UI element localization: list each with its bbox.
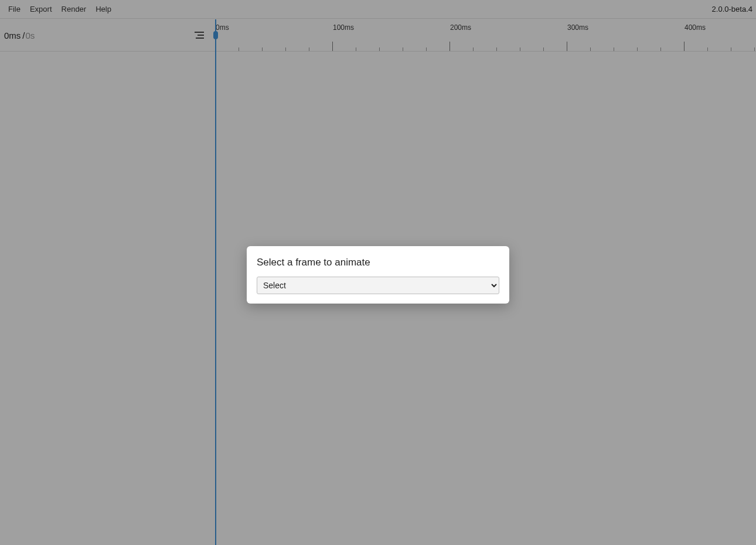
ruler-tick-minor: [426, 47, 427, 51]
modal-title: Select a frame to animate: [257, 257, 499, 268]
menu-help[interactable]: Help: [91, 2, 116, 16]
ruler-label: 300ms: [567, 23, 588, 32]
frame-select[interactable]: Select: [257, 277, 499, 294]
ruler-tick-minor: [356, 47, 356, 51]
ruler-tick-minor: [473, 47, 474, 51]
ruler-tick-major: [449, 42, 450, 51]
menu-file[interactable]: File: [4, 2, 25, 16]
ruler-tick-minor: [707, 47, 708, 51]
ruler-label: 200ms: [450, 23, 471, 32]
ruler-tick-minor: [754, 47, 755, 51]
ruler-tick-minor: [309, 47, 309, 51]
timeline-left-panel: 0ms / 0s: [0, 19, 211, 51]
ruler-tick-minor: [590, 47, 591, 51]
ruler-tick-major: [332, 42, 333, 51]
align-right-icon[interactable]: [195, 31, 204, 39]
playhead-handle[interactable]: [213, 31, 218, 39]
ruler-tick-minor: [262, 47, 263, 51]
ruler-label: 400ms: [685, 23, 706, 32]
version-label: 2.0.0-beta.4: [707, 2, 752, 16]
ruler-tick-major: [567, 42, 567, 51]
ruler-tick-minor: [660, 47, 661, 51]
ruler-tick-minor: [285, 47, 286, 51]
time-current: 0ms: [4, 30, 21, 40]
menubar: File Export Render Help 2.0.0-beta.4: [0, 0, 756, 19]
ruler-tick-major: [684, 42, 685, 51]
ruler-label: 100ms: [333, 23, 354, 32]
svg-rect-2: [196, 38, 204, 39]
menu-export[interactable]: Export: [25, 2, 57, 16]
ruler-tick-minor: [614, 47, 614, 51]
timeline-ruler[interactable]: 0ms100ms200ms300ms400ms: [211, 19, 756, 51]
ruler-label: 0ms: [216, 23, 229, 32]
svg-rect-1: [197, 35, 204, 36]
svg-rect-0: [195, 32, 204, 33]
time-total: 0s: [26, 30, 35, 40]
ruler-tick-minor: [239, 47, 239, 51]
ruler-tick-minor: [543, 47, 544, 51]
ruler-tick-minor: [403, 47, 403, 51]
time-separator: /: [21, 30, 25, 40]
ruler-tick-minor: [496, 47, 497, 51]
timeline-header: 0ms / 0s 0ms100ms200ms300ms400ms: [0, 19, 756, 52]
menu-render[interactable]: Render: [57, 2, 91, 16]
playhead[interactable]: [215, 19, 216, 545]
ruler-tick-minor: [637, 47, 638, 51]
ruler-tick-minor: [379, 47, 380, 51]
ruler-tick-minor: [731, 47, 731, 51]
ruler-tick-minor: [520, 47, 520, 51]
select-frame-modal: Select a frame to animate Select: [247, 246, 509, 304]
